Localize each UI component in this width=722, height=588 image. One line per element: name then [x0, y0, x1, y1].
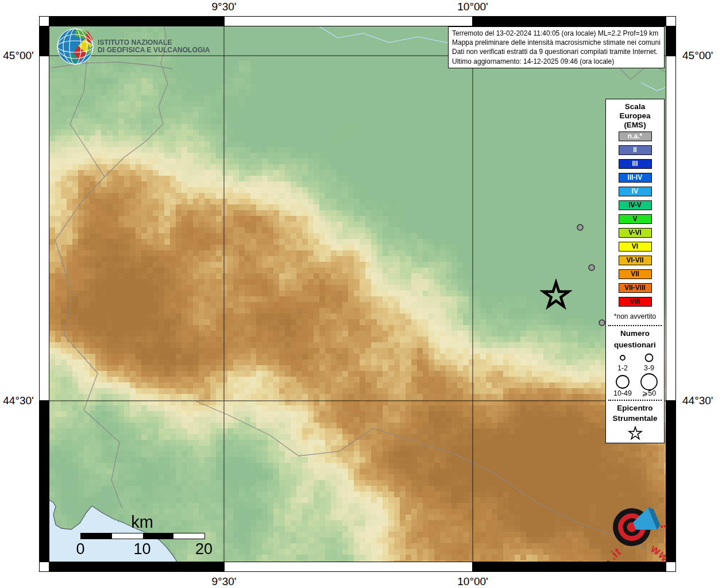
questionnaire-title-line1: Numero: [606, 329, 664, 338]
ems-chip-vii: VII: [619, 269, 652, 279]
axis-label-left: 45°00': [0, 49, 37, 62]
map-frame-segment: [39, 16, 49, 26]
ems-chip-iiiiv: III-IV: [619, 173, 652, 183]
legend-footnote: *non avvertito: [606, 312, 664, 320]
axis-label-top: 10°00': [457, 1, 488, 13]
ingv-globe-icon: [56, 28, 94, 65]
legend-title-line3: (EMS): [606, 121, 664, 130]
scale-bar-unit-label: km: [74, 513, 211, 532]
ems-chip-vvi: V-VI: [619, 228, 652, 238]
ingv-title: ISTITUTO NAZIONALE DI GEOFISICA E VULCAN…: [98, 39, 210, 54]
epicenter-star-icon: [627, 425, 643, 441]
map-area: ISTITUTO NAZIONALE DI GEOFISICA E VULCAN…: [49, 26, 666, 562]
ems-chip-v: V: [619, 214, 652, 224]
map-frame-segment: [473, 562, 666, 572]
scale-tick-label: 10: [133, 540, 150, 558]
questionnaire-size-label: 10-49: [613, 389, 632, 397]
map-frame-segment: [49, 562, 224, 572]
ems-chip-viiviii: VII-VIII: [619, 283, 652, 293]
ems-scale-chips: n.a.*IIIIIIII-IVIVIV-VVV-VIVIVI-VIIVIIVI…: [606, 131, 664, 311]
ems-chip-viii: VIII: [619, 297, 652, 307]
map-frame-segment: [39, 26, 49, 56]
scale-segment: [112, 533, 143, 539]
ems-chip-ii: II: [619, 145, 652, 155]
scale-tick-label: 20: [195, 540, 213, 558]
questionnaire-title-line2: questionari: [606, 341, 664, 350]
info-line-data-source: Dati non verificati estratti da 9 questi…: [452, 47, 661, 56]
map-frame-segment: [666, 562, 676, 572]
questionnaire-size-label: ⩾50: [642, 389, 656, 397]
ems-chip-vi: VI: [619, 242, 652, 252]
watermark-www: www.: [646, 537, 666, 562]
axis-label-left: 44°30': [0, 394, 37, 407]
scale-tick-label: 0: [76, 540, 84, 558]
axis-label-top: 9°30': [212, 1, 237, 13]
macroseismic-map-page: ISTITUTO NAZIONALE DI GEOFISICA E VULCAN…: [0, 0, 722, 588]
map-frame-segment: [49, 16, 224, 26]
info-line-updated: Ultimo aggiornamento: 14-12-2025 09:46 (…: [452, 57, 661, 66]
questionnaire-size-circle: [641, 374, 657, 390]
legend-title-line2: Europea: [606, 111, 664, 121]
haisentitoilterremoto-logo: www. haisentitoilterremoto .it ?: [583, 478, 666, 562]
questionnaire-size-label: 1-2: [617, 364, 628, 372]
ems-chip-iv: IV: [619, 187, 652, 196]
scale-segment: [81, 533, 112, 539]
ingv-logo: ISTITUTO NAZIONALE DI GEOFISICA E VULCAN…: [56, 28, 210, 65]
map-frame-segment: [666, 26, 676, 56]
admin-boundary-line: [55, 26, 168, 508]
scale-segment: [173, 533, 204, 539]
ems-chip-na: n.a.*: [619, 131, 652, 141]
map-frame-segment: [39, 562, 49, 572]
info-line-event: Terremoto del 13-02-2024 11:40:05 (ora l…: [452, 29, 661, 38]
map-frame-segment: [666, 56, 676, 401]
scale-segment: [143, 533, 174, 539]
ems-chip-iii: III: [619, 159, 652, 169]
ems-chip-vivii: VI-VII: [619, 256, 652, 265]
axis-label-right: 44°30': [682, 394, 722, 407]
map-overlay: [49, 26, 666, 562]
epicenter-title-line1: Epicentro: [606, 404, 664, 413]
watermark-tld: .it: [604, 544, 625, 562]
questionnaire-size-label: 3-9: [644, 364, 654, 372]
map-frame-segment: [224, 562, 473, 572]
map-frame-segment: [39, 401, 49, 562]
scale-bar-segments: [80, 533, 205, 539]
legend-divider: [608, 400, 662, 401]
map-frame-segment: [666, 401, 676, 562]
observation-point: [577, 225, 583, 230]
river-line: [319, 26, 451, 44]
ingv-title-line2: DI GEOFISICA E VULCANOLOGIA: [98, 47, 210, 54]
observation-point: [599, 320, 605, 326]
earthquake-info-box: Terremoto del 13-02-2024 11:40:05 (ora l…: [448, 26, 665, 68]
map-frame-segment: [473, 16, 666, 26]
axis-label-bottom: 9°30': [212, 575, 237, 588]
questionnaire-size-circle: [646, 354, 653, 362]
legend-divider: [608, 325, 662, 326]
ems-chip-ivv: IV-V: [619, 200, 652, 210]
epicenter-star-glyph: [629, 427, 642, 439]
questionnaire-size-circle: [616, 376, 629, 388]
epicenter-star: [543, 283, 569, 307]
map-frame-segment: [666, 16, 676, 26]
map-frame-segment: [224, 16, 473, 26]
observation-point: [589, 265, 594, 270]
legend-panel: Scala Europea (EMS) n.a.*IIIIIIII-IVIVIV…: [605, 99, 665, 443]
legend-title-line1: Scala: [606, 102, 664, 111]
questionnaire-size-key: 1-23-910-49⩾50: [606, 351, 664, 397]
info-line-map-type: Mappa preliminare delle intensità macros…: [452, 38, 661, 47]
axis-label-right: 45°00': [682, 49, 722, 62]
river-line: [641, 83, 666, 91]
questionnaire-size-circle: [620, 355, 625, 360]
axis-label-bottom: 10°00': [457, 575, 488, 588]
epicenter-title-line2: Strumentale: [606, 414, 664, 423]
map-frame-segment: [39, 56, 49, 401]
